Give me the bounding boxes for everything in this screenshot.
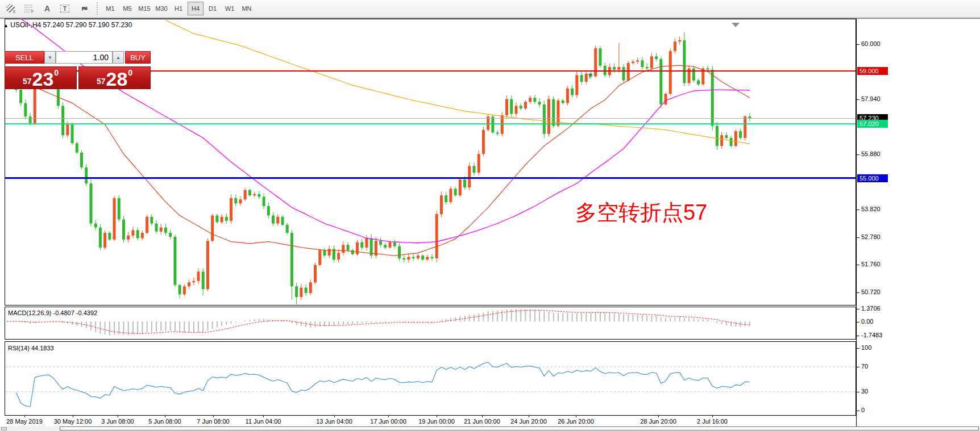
time-label: 2 Jul 16:00: [697, 418, 728, 425]
timeframe-M15[interactable]: M15: [136, 2, 152, 15]
time-axis[interactable]: 28 May 201930 May 12:003 Jun 08:005 Jun …: [0, 416, 856, 427]
rsi-scale-label: 30: [861, 388, 868, 395]
price-tick: [857, 292, 859, 293]
time-label: 11 Jun 04:00: [246, 418, 281, 425]
timeframe-M5[interactable]: M5: [119, 2, 135, 15]
horizontal-scrollbar: [0, 426, 980, 431]
fibonacci-button[interactable]: F: [22, 2, 38, 15]
symbol-ohlc-text: USOil-,H4 57.240 57.290 57.190 57.230: [10, 21, 132, 29]
time-tick: [263, 416, 264, 417]
toolbar: E F A T ▾ M1M5M15M30H1H4D1W1MN: [0, 0, 980, 18]
volume-decrease-button[interactable]: ▼: [44, 51, 56, 64]
timeframe-W1[interactable]: W1: [222, 2, 238, 15]
volume-increase-button[interactable]: ▲: [113, 51, 124, 64]
volume-input[interactable]: [56, 51, 113, 64]
text-label-icon: T: [60, 5, 70, 12]
rsi-scale-tick: [857, 367, 859, 367]
rsi-title: RSI(14) 44.1833: [8, 345, 54, 352]
macd-scale-tick: [857, 336, 859, 336]
svg-text:†: †: [588, 72, 592, 80]
timeframe-H1[interactable]: H1: [171, 2, 186, 15]
price-label: 53.820: [861, 206, 881, 212]
rsi-scale-label: 70: [861, 363, 868, 370]
text-tool-icon: A: [44, 4, 50, 13]
timeframe-M1[interactable]: M1: [102, 2, 118, 15]
macd-scale-label: -1.7483: [861, 332, 882, 338]
time-tick: [213, 416, 214, 417]
chart-symbol-title: ▲ USOil-,H4 57.240 57.290 57.190 57.230: [3, 21, 132, 29]
sell-price-sup: 0: [54, 68, 59, 77]
price-tick: [857, 210, 859, 210]
time-tick: [388, 416, 389, 417]
buy-price-tile[interactable]: 57 28 0: [78, 66, 151, 89]
time-label: 30 May 12:00: [54, 418, 92, 425]
time-tick: [529, 416, 529, 417]
time-label: 24 Jun 20:00: [510, 418, 547, 425]
macd-scale-label: 1.3706: [861, 305, 881, 312]
text-tool-button[interactable]: A: [40, 2, 55, 15]
price-label: 57.940: [861, 95, 881, 102]
time-tick: [165, 416, 165, 417]
fibonacci-icon: F: [24, 3, 35, 14]
buy-price-sup: 0: [128, 68, 132, 77]
macd-scale-tick: [857, 322, 859, 323]
time-label: 26 Jun 20:00: [558, 418, 594, 425]
scrollbar-thumb[interactable]: [60, 426, 979, 430]
arrows-icon: [80, 4, 89, 13]
sell-button-label: SELL: [15, 53, 34, 62]
sell-price-small: 57: [23, 77, 32, 86]
price-tick: [857, 265, 859, 265]
price-axis[interactable]: 60.00057.94055.88053.82052.78051.76050.7…: [856, 19, 980, 427]
arrows-tool-button[interactable]: ▾: [75, 2, 94, 15]
timeframe-H4[interactable]: H4: [188, 2, 204, 15]
chart-annotation-text: 多空转折点57: [575, 198, 707, 227]
sell-price-tile[interactable]: 57 23 0: [5, 66, 77, 89]
toolbar-separator: [97, 2, 101, 15]
price-tick: [857, 154, 859, 155]
draw-channel-button[interactable]: E: [3, 2, 19, 15]
time-label: 13 Jun 04:00: [316, 418, 352, 425]
scrollbar-grip[interactable]: [1, 427, 7, 430]
time-tick: [24, 416, 25, 417]
price-line-label: 55.000: [857, 174, 888, 182]
time-tick: [658, 416, 659, 417]
macd-pane[interactable]: [5, 307, 856, 340]
price-label: 52.780: [861, 233, 881, 240]
chart-region: † ▲ USOil-,H4 57.240 57.290 57.190 57.23…: [0, 18, 980, 431]
svg-text:F: F: [31, 10, 34, 14]
buy-price-small: 57: [97, 77, 106, 86]
rsi-pane[interactable]: [5, 341, 856, 416]
timeframe-D1[interactable]: D1: [205, 2, 221, 15]
buy-price-big: 28: [106, 70, 127, 87]
time-tick: [437, 416, 437, 417]
collapse-triangle-icon[interactable]: ▲: [3, 23, 9, 28]
rsi-scale-label: 100: [861, 344, 871, 351]
time-tick: [712, 416, 713, 417]
timeframe-MN[interactable]: MN: [239, 2, 255, 15]
sell-price-big: 23: [32, 70, 53, 87]
time-tick: [73, 416, 73, 417]
time-tick: [334, 416, 335, 417]
time-label: 28 Jun 20:00: [640, 418, 676, 425]
price-label: 51.760: [861, 261, 881, 267]
buy-button[interactable]: BUY: [125, 51, 151, 64]
time-label: 21 Jun 00:00: [464, 418, 500, 425]
macd-scale-tick: [857, 309, 859, 309]
price-tick: [857, 44, 859, 45]
text-label-button[interactable]: T: [57, 2, 73, 15]
price-tick: [857, 99, 859, 100]
time-label: 17 Jun 00:00: [370, 418, 406, 425]
time-label: 19 Jun 00:00: [418, 418, 455, 425]
time-tick: [576, 416, 576, 417]
sell-button[interactable]: SELL: [5, 51, 44, 64]
rsi-scale-tick: [857, 411, 859, 411]
time-tick: [482, 416, 483, 417]
time-label: 7 Jun 08:00: [197, 418, 230, 425]
rsi-scale-label: 0: [861, 407, 865, 413]
timeframe-M30[interactable]: M30: [153, 2, 169, 15]
macd-scale-label: 0.00: [861, 318, 873, 325]
price-tick: [857, 237, 859, 238]
macd-title: MACD(12,26,9) -0.4807 -0.4392: [8, 309, 97, 316]
time-label: 3 Jun 08:00: [101, 418, 134, 425]
price-line-label: 57.020: [857, 120, 888, 128]
